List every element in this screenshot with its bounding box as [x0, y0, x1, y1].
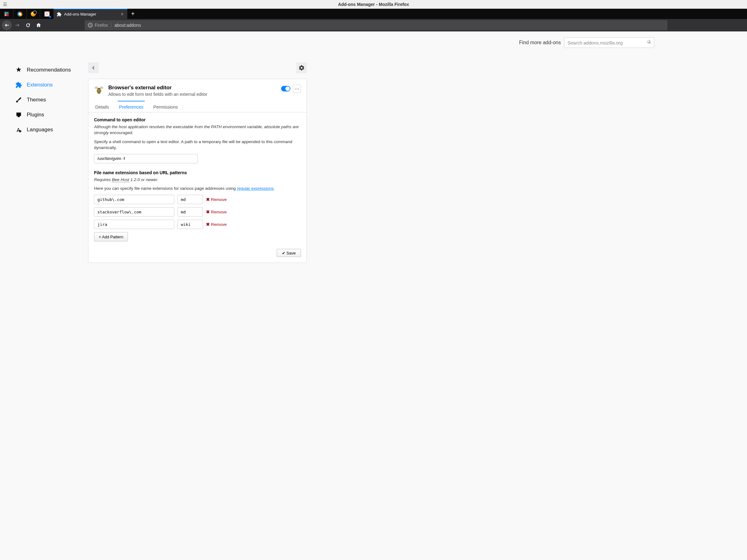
- svg-point-0: [19, 130, 21, 132]
- enable-toggle[interactable]: [281, 86, 290, 91]
- more-options-button[interactable]: ⋯: [293, 85, 301, 93]
- patterns-help-prefix: Here you can specify file name extension…: [94, 186, 237, 191]
- regex-link[interactable]: regular expressions: [237, 186, 274, 191]
- addon-card: Browser's external editor Allows to edit…: [88, 79, 307, 263]
- sidebar-item-extensions[interactable]: Extensions: [15, 77, 88, 92]
- media-icon: [31, 11, 36, 17]
- tab-addons-manager[interactable]: Add-ons Manager ×: [54, 9, 127, 19]
- requires-suffix: 1.2.0 or newer.: [129, 177, 158, 182]
- remove-pattern-button[interactable]: ✖ Remove: [206, 222, 227, 227]
- command-note: Although the host application resolves t…: [94, 124, 301, 136]
- home-icon: [36, 23, 41, 28]
- gmail-icon: [45, 11, 50, 17]
- star-icon: [15, 66, 22, 74]
- back-detail-button[interactable]: [88, 62, 99, 73]
- close-icon[interactable]: ×: [120, 11, 125, 17]
- window-title: Add-ons Manager - Mozilla Firefox: [338, 2, 409, 7]
- gear-icon: [299, 65, 304, 71]
- url-text: about:addons: [114, 23, 141, 28]
- tab-permissions[interactable]: Permissions: [152, 101, 179, 112]
- brush-icon: [15, 96, 22, 104]
- tab-preferences[interactable]: Preferences: [118, 101, 145, 112]
- tab-label: Add-ons Manager: [64, 12, 120, 17]
- notification-dot: [49, 16, 51, 18]
- pattern-input[interactable]: [94, 195, 174, 204]
- remove-label: Remove: [211, 222, 227, 227]
- sidebar-item-label: Recommendations: [27, 67, 71, 73]
- bee-icon: [94, 85, 104, 95]
- find-addons-label: Find more add-ons: [519, 40, 561, 46]
- bee-host-link[interactable]: Bee Host: [112, 177, 129, 182]
- sidebar-item-label: Themes: [27, 97, 46, 103]
- url-bar[interactable]: Firefox about:addons: [85, 20, 667, 30]
- search-icon[interactable]: [647, 40, 651, 46]
- reload-icon: [26, 23, 30, 28]
- arrow-right-icon: [15, 23, 20, 28]
- puzzle-icon: [15, 81, 22, 89]
- settings-button[interactable]: [296, 62, 307, 73]
- pattern-input[interactable]: [94, 220, 174, 229]
- x-icon: ✖: [206, 209, 210, 214]
- search-input[interactable]: [564, 37, 654, 48]
- sidebar-item-languages[interactable]: Languages: [15, 122, 88, 137]
- new-tab-button[interactable]: +: [127, 10, 138, 18]
- navigation-toolbar: Firefox about:addons: [0, 19, 747, 31]
- requires-prefix: Requires: [94, 177, 112, 182]
- main-panel: Browser's external editor Allows to edit…: [88, 62, 307, 263]
- remove-pattern-button[interactable]: ✖ Remove: [206, 197, 227, 202]
- command-input[interactable]: [94, 154, 198, 163]
- remove-label: Remove: [211, 210, 227, 214]
- extension-input[interactable]: [177, 220, 203, 229]
- hamburger-icon[interactable]: ☰: [3, 2, 7, 7]
- back-button[interactable]: [2, 20, 12, 30]
- puzzle-icon: [57, 12, 61, 17]
- pinned-tab-3[interactable]: [27, 9, 40, 19]
- sidebar-item-label: Extensions: [27, 82, 53, 88]
- requires-note: Requires Bee Host 1.2.0 or newer.: [94, 177, 301, 183]
- plug-icon: [15, 111, 22, 118]
- add-pattern-button[interactable]: + Add Pattern: [94, 232, 128, 241]
- reload-button[interactable]: [23, 20, 33, 30]
- dots-icon: ⋯: [294, 86, 300, 92]
- google-icon: [18, 11, 22, 17]
- sidebar-item-label: Languages: [27, 127, 53, 133]
- tab-details[interactable]: Details: [94, 101, 110, 112]
- identity-label: Firefox: [95, 23, 108, 28]
- patterns-help-suffix: .: [274, 186, 275, 191]
- sidebar-item-plugins[interactable]: Plugins: [15, 107, 88, 122]
- extension-input[interactable]: [177, 195, 203, 204]
- command-help: Specify a shell command to open a text e…: [94, 139, 301, 151]
- x-icon: ✖: [206, 222, 210, 227]
- pinned-tab-google[interactable]: [14, 9, 27, 19]
- command-section-title: Command to open editor: [94, 117, 301, 122]
- svg-point-3: [100, 86, 103, 89]
- arrow-left-icon: [4, 23, 9, 28]
- save-button[interactable]: ✔ Save: [277, 249, 301, 257]
- tabstrip: Add-ons Manager × +: [0, 9, 747, 19]
- home-button[interactable]: [34, 20, 44, 30]
- sidebar-item-recommendations[interactable]: Recommendations: [15, 62, 88, 77]
- patterns-section-title: File name extensions based on URL patter…: [94, 170, 301, 175]
- window-titlebar: ☰ Add-ons Manager - Mozilla Firefox: [0, 0, 747, 9]
- remove-pattern-button[interactable]: ✖ Remove: [206, 209, 227, 214]
- addon-name: Browser's external editor: [108, 85, 277, 91]
- sidebar-item-label: Plugins: [27, 112, 44, 118]
- addon-description: Allows to edit form text fields with an …: [108, 92, 277, 97]
- sidebar-item-themes[interactable]: Themes: [15, 92, 88, 107]
- extension-input[interactable]: [177, 207, 203, 216]
- identity-box[interactable]: Firefox: [88, 23, 111, 28]
- forward-button: [12, 20, 22, 30]
- pinned-tab-gmail[interactable]: [40, 9, 54, 19]
- pinned-tab-slack[interactable]: [0, 9, 14, 19]
- language-icon: [15, 126, 22, 133]
- pattern-row: ✖ Remove: [94, 220, 301, 229]
- pattern-row: ✖ Remove: [94, 195, 301, 204]
- x-icon: ✖: [206, 197, 210, 202]
- slack-icon: [4, 11, 9, 17]
- remove-label: Remove: [211, 197, 227, 202]
- firefox-icon: [88, 23, 93, 28]
- sidebar: Recommendations Extensions Themes Plugin…: [0, 38, 88, 263]
- pattern-input[interactable]: [94, 207, 174, 216]
- patterns-help: Here you can specify file name extension…: [94, 186, 301, 192]
- svg-point-2: [95, 86, 98, 89]
